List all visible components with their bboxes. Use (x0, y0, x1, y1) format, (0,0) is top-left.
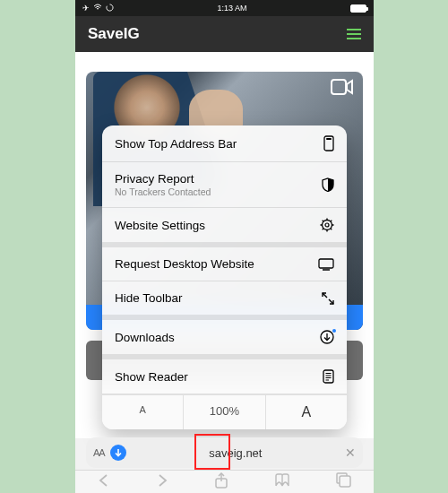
svg-point-3 (323, 221, 332, 230)
menu-website-settings[interactable]: Website Settings (102, 208, 347, 247)
text-size-row: A 100% A (102, 394, 347, 429)
svg-rect-19 (323, 370, 333, 383)
gear-icon (320, 218, 334, 232)
bottom-toolbar (75, 470, 374, 493)
hamburger-icon[interactable] (347, 29, 361, 39)
phone-top-icon (323, 135, 334, 151)
bookmarks-icon[interactable] (274, 473, 290, 491)
menu-desktop[interactable]: Request Desktop Website (102, 247, 347, 281)
text-zoom[interactable]: 100% (184, 395, 265, 429)
svg-line-12 (331, 221, 332, 221)
menu-downloads[interactable]: Downloads (102, 320, 347, 359)
download-badge-icon[interactable] (110, 445, 126, 461)
text-smaller[interactable]: A (102, 395, 184, 429)
aa-sheet: Show Top Address Bar Privacy Report No T… (102, 125, 347, 429)
address-bar[interactable]: AA saveig.net ✕ (86, 437, 363, 468)
svg-line-15 (323, 293, 327, 298)
svg-line-10 (331, 229, 332, 229)
svg-rect-27 (340, 476, 350, 487)
menu-reader[interactable]: Show Reader (102, 359, 347, 394)
expand-icon (322, 292, 334, 305)
video-icon (331, 79, 354, 99)
forward-icon[interactable] (156, 473, 168, 491)
text-larger[interactable]: A (266, 395, 347, 429)
shield-icon (322, 177, 334, 192)
airplane-icon: ✈ (82, 4, 90, 13)
clock: 1:13 AM (217, 4, 246, 13)
reader-icon (323, 369, 334, 384)
menu-privacy[interactable]: Privacy Report No Trackers Contacted (102, 162, 347, 208)
phone-frame: ✈ 1:13 AM SaveIG Show Top Ad (75, 0, 374, 493)
menu-hide-toolbar[interactable]: Hide Toolbar (102, 281, 347, 320)
tabs-icon[interactable] (336, 472, 351, 491)
svg-rect-13 (319, 259, 333, 268)
battery-icon (350, 4, 366, 13)
svg-rect-2 (326, 138, 332, 140)
site-header: SaveIG (75, 16, 374, 52)
share-icon[interactable] (214, 472, 228, 492)
menu-top-address[interactable]: Show Top Address Bar (102, 125, 347, 162)
status-bar: ✈ 1:13 AM (75, 0, 374, 16)
monitor-icon (318, 258, 334, 271)
site-title: SaveIG (88, 25, 140, 43)
svg-line-9 (323, 221, 323, 221)
wifi-icon (93, 4, 102, 13)
loading-icon (106, 4, 114, 13)
aa-button[interactable]: AA (93, 447, 105, 458)
svg-point-4 (325, 223, 329, 227)
svg-line-11 (323, 229, 323, 229)
svg-line-16 (329, 299, 333, 304)
back-icon[interactable] (98, 473, 110, 491)
clear-icon[interactable]: ✕ (345, 445, 356, 460)
download-icon (320, 330, 334, 344)
svg-rect-0 (332, 80, 346, 94)
url-text: saveig.net (126, 446, 345, 460)
